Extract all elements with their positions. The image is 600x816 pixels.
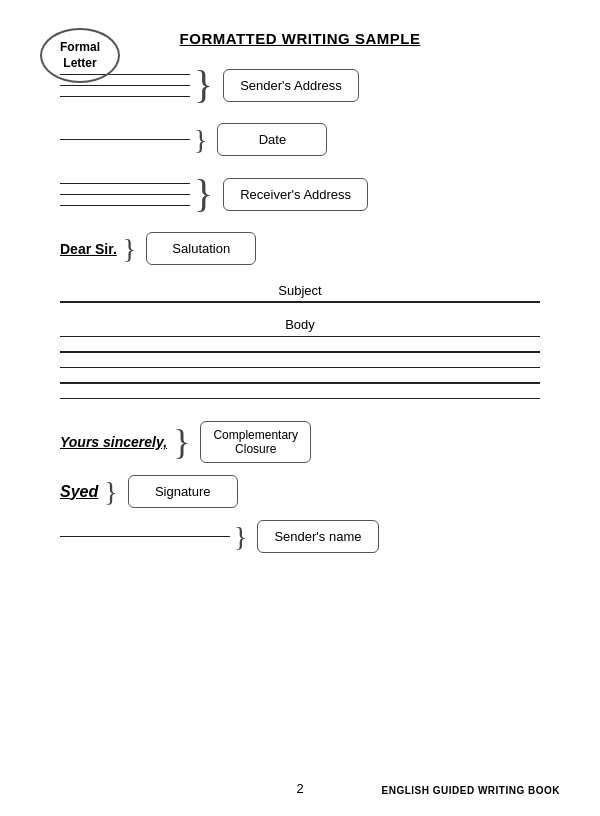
senders-name-section: } Sender's name [60, 520, 560, 553]
body-section: Body [60, 317, 540, 400]
date-line-1 [60, 139, 190, 140]
address-line-2 [60, 85, 190, 86]
subject-line [60, 301, 540, 303]
senders-address-brace: } [194, 65, 213, 105]
salutation-box: Salutation [146, 232, 256, 265]
receivers-address-brace: } [194, 174, 213, 214]
receivers-address-lines [60, 183, 190, 206]
body-label: Body [60, 317, 540, 332]
receivers-address-box: Receiver's Address [223, 178, 368, 211]
page-title: FORMATTED WRITING SAMPLE [40, 30, 560, 47]
page: FormalLetter FORMATTED WRITING SAMPLE } … [0, 0, 600, 816]
date-brace: } [194, 126, 207, 154]
receivers-address-section: } Receiver's Address [60, 174, 560, 214]
subject-section: Subject [60, 283, 540, 303]
signature-section: Syed } Signature [60, 475, 560, 508]
subject-label: Subject [60, 283, 540, 298]
salutation-prefix: Dear Sir. [60, 241, 117, 257]
rec-line-3 [60, 205, 190, 206]
rec-line-1 [60, 183, 190, 184]
body-line-2 [60, 351, 540, 353]
salutation-brace: } [123, 235, 136, 263]
yours-sincerely-text: Yours sincerely, [60, 434, 167, 450]
oval-text: FormalLetter [60, 40, 100, 71]
rec-line-2 [60, 194, 190, 195]
salutation-section: Dear Sir. } Salutation [60, 232, 560, 265]
body-line-1 [60, 336, 540, 338]
date-lines [60, 139, 190, 140]
syed-text: Syed [60, 483, 98, 501]
body-lines [60, 336, 540, 400]
page-number: 2 [296, 781, 303, 796]
body-line-5 [60, 398, 540, 400]
senders-name-brace: } [234, 523, 247, 551]
date-section: } Date [60, 123, 560, 156]
date-box: Date [217, 123, 327, 156]
body-line-3 [60, 367, 540, 369]
address-line-3 [60, 96, 190, 97]
body-line-4 [60, 382, 540, 384]
complementary-brace: } [173, 424, 190, 460]
complementary-closure-section: Yours sincerely, } ComplementaryClosure [60, 421, 560, 463]
senders-name-box: Sender's name [257, 520, 378, 553]
senders-address-section: } Sender's Address [60, 65, 560, 105]
signature-brace: } [104, 478, 117, 506]
signature-box: Signature [128, 475, 238, 508]
senders-address-box: Sender's Address [223, 69, 359, 102]
oval-label: FormalLetter [40, 28, 120, 83]
footer-text: ENGLISH GUIDED WRITING BOOK [382, 785, 561, 796]
senders-name-line [60, 536, 230, 537]
complementary-closure-box: ComplementaryClosure [200, 421, 311, 463]
